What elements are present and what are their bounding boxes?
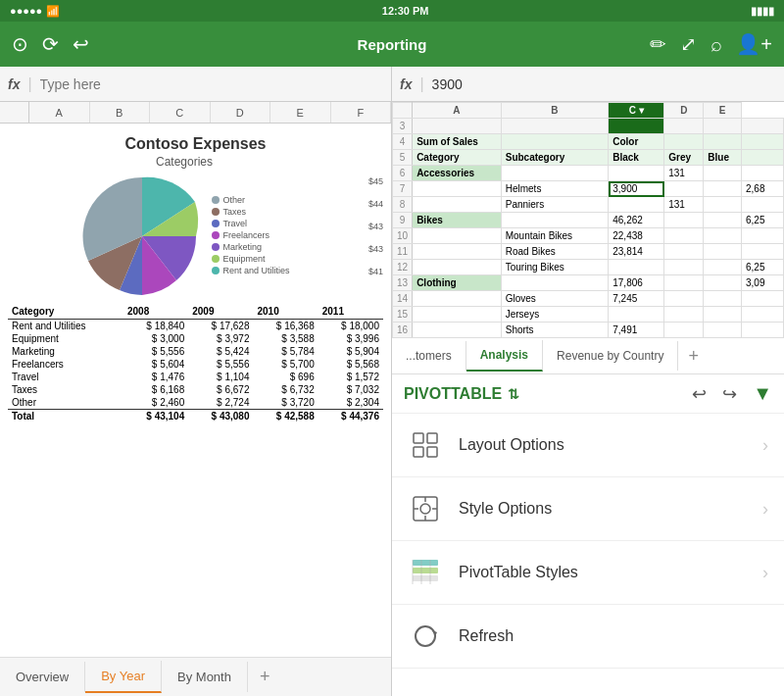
pivot-cell[interactable] bbox=[413, 181, 502, 197]
pivot-cell[interactable] bbox=[501, 166, 609, 181]
pivot-tab-add[interactable]: + bbox=[678, 338, 709, 374]
pivot-cell[interactable] bbox=[742, 166, 784, 181]
pivot-cell[interactable] bbox=[664, 275, 704, 291]
pivot-cell[interactable] bbox=[704, 119, 742, 134]
pivot-cell[interactable]: 46,262 bbox=[609, 213, 664, 228]
tab-by-month[interactable]: By Month bbox=[162, 662, 248, 692]
pivot-cell[interactable]: Black bbox=[609, 150, 664, 166]
pivot-redo-btn[interactable]: ↪ bbox=[722, 383, 737, 405]
pivot-cell[interactable]: Panniers bbox=[501, 197, 609, 213]
pivot-cell[interactable]: 2,68 bbox=[742, 181, 784, 197]
pivot-cell[interactable] bbox=[704, 197, 742, 213]
pivot-cell[interactable] bbox=[704, 260, 742, 275]
pivot-cell[interactable] bbox=[609, 307, 664, 323]
pivot-cell[interactable] bbox=[413, 260, 502, 275]
pivot-cell[interactable]: 17,806 bbox=[609, 275, 664, 291]
back-button[interactable]: ⊙ bbox=[12, 32, 28, 56]
pivot-cell[interactable] bbox=[664, 119, 704, 134]
pivot-cell[interactable] bbox=[704, 181, 742, 197]
pivot-cell[interactable]: Color bbox=[609, 134, 664, 150]
pivot-cell[interactable] bbox=[742, 119, 784, 134]
add-user-icon[interactable]: 👤+ bbox=[736, 32, 772, 56]
pivot-cell[interactable] bbox=[413, 291, 502, 307]
pivot-cell[interactable]: Bikes bbox=[413, 213, 502, 228]
pivot-cell[interactable] bbox=[742, 323, 784, 338]
pivot-cell[interactable] bbox=[664, 244, 704, 260]
menu-item-refresh[interactable]: Refresh bbox=[392, 605, 784, 669]
pivot-cell[interactable] bbox=[742, 228, 784, 244]
pivot-cell[interactable] bbox=[664, 181, 704, 197]
pivot-cell[interactable] bbox=[704, 275, 742, 291]
pivot-cell[interactable] bbox=[704, 228, 742, 244]
pivot-undo-btn[interactable]: ↩ bbox=[692, 383, 707, 405]
pivot-cell[interactable]: Accessories bbox=[413, 166, 502, 181]
pivot-cell[interactable]: Touring Bikes bbox=[501, 260, 609, 275]
pivot-dropdown-btn[interactable]: ▼ bbox=[753, 382, 772, 405]
pivot-expand-icon[interactable]: ⇅ bbox=[508, 386, 519, 402]
pivot-cell[interactable] bbox=[704, 244, 742, 260]
pivot-cell[interactable]: 6,25 bbox=[742, 260, 784, 275]
pivot-cell[interactable]: Helmets bbox=[501, 181, 609, 197]
menu-item-style[interactable]: Style Options › bbox=[392, 477, 784, 541]
pivot-cell[interactable]: Category bbox=[413, 150, 502, 166]
pivot-cell[interactable]: 6,25 bbox=[742, 213, 784, 228]
pivot-cell[interactable]: Clothing bbox=[413, 275, 502, 291]
pivot-cell[interactable]: 7,491 bbox=[609, 323, 664, 338]
menu-item-layout[interactable]: Layout Options › bbox=[392, 414, 784, 477]
pivot-cell[interactable] bbox=[501, 134, 609, 150]
pivot-cell[interactable]: Jerseys bbox=[501, 307, 609, 323]
pivot-cell[interactable] bbox=[704, 166, 742, 181]
spreadsheet-left[interactable]: Contoso Expenses Categories bbox=[0, 124, 391, 657]
pivot-cell[interactable]: Blue bbox=[704, 150, 742, 166]
pivot-cell[interactable] bbox=[742, 197, 784, 213]
pivot-cell[interactable] bbox=[609, 260, 664, 275]
pivot-cell[interactable] bbox=[664, 228, 704, 244]
pivot-cell[interactable]: Sum of Sales bbox=[413, 134, 502, 150]
pen-icon[interactable]: ✏ bbox=[650, 32, 666, 56]
pivot-cell[interactable] bbox=[664, 323, 704, 338]
pivot-cell[interactable]: Shorts bbox=[501, 323, 609, 338]
pivot-cell[interactable] bbox=[413, 197, 502, 213]
pivot-cell[interactable] bbox=[742, 134, 784, 150]
pivot-cell[interactable] bbox=[413, 244, 502, 260]
pivot-cell[interactable]: 3,900 bbox=[609, 181, 664, 197]
pivot-cell[interactable] bbox=[609, 119, 664, 134]
pivot-cell[interactable]: 131 bbox=[664, 166, 704, 181]
formula-input[interactable] bbox=[40, 76, 383, 92]
pivot-cell[interactable] bbox=[664, 260, 704, 275]
pivot-cell[interactable] bbox=[664, 134, 704, 150]
pivot-cell[interactable] bbox=[704, 291, 742, 307]
undo-icon[interactable]: ↩ bbox=[73, 32, 89, 56]
pivot-cell[interactable]: 22,438 bbox=[609, 228, 664, 244]
menu-item-pivottable-styles[interactable]: PivotTable Styles › bbox=[392, 541, 784, 605]
pivot-cell[interactable]: Subcategory bbox=[501, 150, 609, 166]
pivot-cell[interactable] bbox=[609, 166, 664, 181]
tab-overview[interactable]: Overview bbox=[0, 662, 85, 692]
pivot-tab-revenue[interactable]: Revenue by Country bbox=[543, 341, 678, 371]
refresh-icon[interactable]: ⟳ bbox=[42, 32, 59, 56]
pivot-cell[interactable] bbox=[664, 213, 704, 228]
pivot-cell[interactable] bbox=[664, 307, 704, 323]
pivot-tab-analysis[interactable]: Analysis bbox=[466, 340, 543, 372]
pivot-cell[interactable] bbox=[742, 244, 784, 260]
pivot-cell[interactable] bbox=[704, 323, 742, 338]
pivot-cell[interactable] bbox=[742, 307, 784, 323]
pivot-cell[interactable] bbox=[501, 119, 609, 134]
tab-by-year[interactable]: By Year bbox=[85, 661, 162, 693]
pivot-cell[interactable] bbox=[609, 197, 664, 213]
pivot-cell[interactable] bbox=[704, 134, 742, 150]
pivot-cell[interactable] bbox=[413, 119, 502, 134]
pivot-tab-customers[interactable]: ...tomers bbox=[392, 341, 466, 371]
pivot-cell[interactable] bbox=[742, 150, 784, 166]
pivot-cell[interactable]: Gloves bbox=[501, 291, 609, 307]
pivot-cell[interactable] bbox=[664, 291, 704, 307]
pivot-cell[interactable] bbox=[501, 213, 609, 228]
pivot-cell[interactable] bbox=[413, 228, 502, 244]
pivot-cell[interactable] bbox=[704, 213, 742, 228]
expand-icon[interactable]: ⤢ bbox=[680, 32, 697, 56]
pivot-cell[interactable] bbox=[501, 275, 609, 291]
pivot-cell[interactable]: Road Bikes bbox=[501, 244, 609, 260]
pivot-cell[interactable]: 23,814 bbox=[609, 244, 664, 260]
pivot-cell[interactable] bbox=[742, 291, 784, 307]
search-icon[interactable]: ⌕ bbox=[710, 33, 722, 56]
